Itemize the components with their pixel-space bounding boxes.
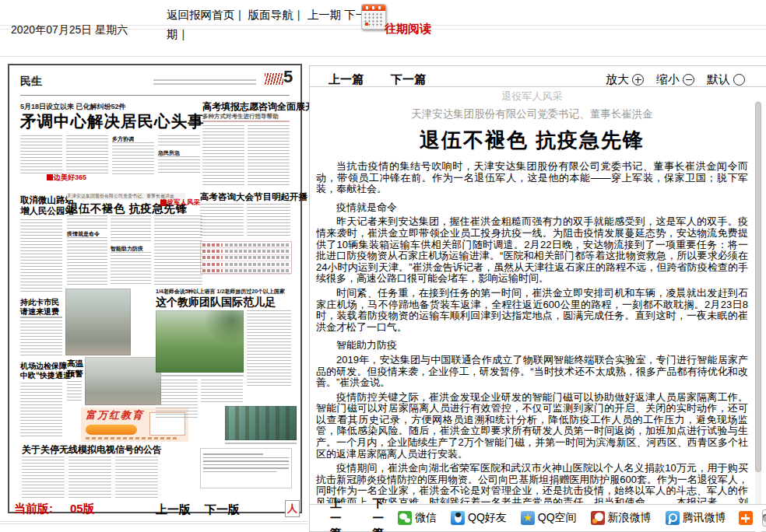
article-panel: 上一篇 下一篇 放大 缩小 默认 退役军人风采 天津安达集团股份有限公司党委书记… xyxy=(309,65,766,532)
pdf-icon[interactable]: 人 xyxy=(285,500,300,517)
share-sina-weibo-button[interactable]: 新浪微博 xyxy=(591,511,652,525)
thumb-ad-text: 富万红教育 xyxy=(86,408,144,422)
thumb-schedule-table xyxy=(200,241,292,274)
thumb-rule xyxy=(20,317,62,318)
newspaper-page-thumbnail[interactable]: 民生·社会 5 5月18日设立以来 已化解纠纷52件 矛调中心解决居民心头事 多… xyxy=(8,64,302,513)
circle-plus-icon xyxy=(632,74,644,86)
circle-icon xyxy=(733,74,745,86)
issue-date: 2020年07月25日 星期六 xyxy=(11,23,128,37)
thumb-text-block xyxy=(154,215,202,285)
article-body: 当抗击疫情的集结号吹响时，天津安达集团股份有限公司党委书记、董事长崔洪金闻令而动… xyxy=(316,161,748,503)
thumb-gaokao2-headline[interactable]: 高考咨询大会节目明起开播 xyxy=(200,191,307,203)
zoom-out-button[interactable]: 缩小 xyxy=(656,72,694,87)
prev-article-link-bottom[interactable]: 上一篇 xyxy=(330,496,342,532)
next-article-link-bottom[interactable]: 下一篇 xyxy=(373,496,385,532)
thumb-gaokao1-subtitle: 多种方式对考生进行指导帮助 xyxy=(202,113,279,121)
thumb-text-block xyxy=(20,383,62,437)
article-paragraph: 疫情防控关键之际，崔洪金发现企业研发的智能门磁可以协助做好返津人员居家隔离工作。… xyxy=(316,392,748,460)
zoom-in-button[interactable]: 放大 xyxy=(606,72,644,87)
thumb-page-number: 5 xyxy=(283,67,293,87)
thumb-card-headline-line2[interactable]: 请速来退费 xyxy=(20,306,59,317)
article-subtitle: 天津安达集团股份有限公司党委书记、董事长崔洪金 xyxy=(316,107,748,121)
share-qzone-button[interactable]: QQ空间 xyxy=(521,511,577,525)
thumb-ad-pill xyxy=(86,425,137,435)
thumb-text-block xyxy=(20,219,62,292)
thumb-text-block xyxy=(20,320,62,356)
share-tencent-weibo-button[interactable]: 腾讯微博 xyxy=(666,511,726,525)
toolbar-rule xyxy=(310,86,766,87)
share-qq-button[interactable]: QQ好友 xyxy=(451,511,507,525)
article-paragraph: 当抗击疫情的集结号吹响时，天津安达集团股份有限公司党委书记、董事长崔洪金闻令而动… xyxy=(316,161,748,195)
thumb-info-box xyxy=(200,448,292,488)
thumb-text-block xyxy=(202,125,244,186)
prev-article-link-top[interactable]: 上一篇 xyxy=(329,72,364,87)
nav-prev-issue-link[interactable]: 上一期 xyxy=(307,9,342,21)
thumb-text-block xyxy=(200,204,244,238)
thumb-heat-line1: 高温 xyxy=(67,359,83,369)
thumb-street-photo-1 xyxy=(65,289,131,355)
thumb-photo-caption xyxy=(225,443,297,444)
thumb-text-block xyxy=(67,215,107,229)
nav-divider: | xyxy=(182,28,185,40)
thumb-veteran-badge: 退役军人风采 xyxy=(159,202,162,204)
thumb-teacher-headline[interactable]: 这个教师团队国际范儿足 xyxy=(156,296,276,310)
thumb-bus-headline-line1[interactable]: 取消微山路站 xyxy=(20,194,74,206)
current-page-value: 05版 xyxy=(70,502,95,516)
thumb-text-block xyxy=(66,135,108,174)
share-count-bubble[interactable]: 0 xyxy=(762,509,766,527)
thumb-text-block xyxy=(248,125,290,186)
thumb-masthead-rule xyxy=(20,95,290,96)
wechat-icon xyxy=(398,511,412,525)
thumb-photo-caption xyxy=(156,375,244,376)
nav-layout-link[interactable]: 版面导航 xyxy=(248,9,293,21)
circle-minus-icon xyxy=(683,74,694,86)
next-article-link-top[interactable]: 下一篇 xyxy=(391,72,426,87)
qq-icon xyxy=(451,511,465,525)
thumb-rule xyxy=(202,121,290,122)
prev-page-link[interactable]: 上一版 xyxy=(156,502,191,517)
thumb-gaokao1-headline[interactable]: 高考填报志愿咨询全面展开 xyxy=(202,100,314,114)
article-kicker: 退役军人风采 xyxy=(316,89,748,103)
share-more-button[interactable] xyxy=(739,511,753,525)
thumb-text-block xyxy=(69,457,111,499)
header-rule-3 xyxy=(0,56,766,57)
thumb-text-block xyxy=(158,135,200,148)
thumb-text-block xyxy=(20,135,62,174)
font-size-tools: 放大 缩小 默认 xyxy=(606,72,745,87)
qzone-star-icon xyxy=(521,511,535,525)
thumb-text-block xyxy=(247,204,290,238)
archive-reading-link[interactable]: 往期阅读 xyxy=(385,22,431,37)
thumb-lead-headline[interactable]: 矛调中心解决居民心头事 xyxy=(20,110,205,132)
calendar-icon-top xyxy=(362,5,385,11)
epaper-reader-page: 2020年07月25日 星期六 返回报网首页| 版面导航| 上一期 下一期| 往… xyxy=(0,0,766,532)
thumb-notice-headline[interactable]: 关于关停无线模拟电视信号的公告 xyxy=(22,443,162,457)
thumb-text-block xyxy=(247,310,291,388)
thumb-masthead-logo xyxy=(265,73,283,85)
article-paragraph: 时间紧、任务重，在接到任务的第一时间，崔洪金立即安排司机和车辆，凌晨就出发赶到石… xyxy=(316,288,748,333)
thumb-text-block xyxy=(112,142,154,174)
thumb-text-block xyxy=(115,457,158,499)
thumb-bus-headline-line2[interactable]: 增人民公园站 xyxy=(20,205,74,217)
nav-divider: | xyxy=(238,9,241,21)
thumb-text-block xyxy=(156,380,198,420)
calendar-icon[interactable] xyxy=(361,4,386,30)
article-content: 退役军人风采 天津安达集团股份有限公司党委书记、董事长崔洪金 退伍不褪色 抗疫急… xyxy=(316,88,748,503)
article-title: 退伍不褪色 抗疫急先锋 xyxy=(316,127,748,154)
thumb-text-block xyxy=(67,381,82,401)
scrollbar-thumb[interactable] xyxy=(755,102,761,472)
sina-weibo-icon xyxy=(591,511,605,525)
share-wechat-button[interactable]: 微信 xyxy=(398,511,437,525)
current-page-label: 当前版: xyxy=(14,502,53,516)
thumb-text-block xyxy=(158,156,200,174)
bottom-rule-2 xyxy=(0,523,308,524)
share-bar: 上一篇 下一篇 微信 QQ好友 QQ空间 新浪微博 腾讯微博 0 xyxy=(310,504,766,531)
section-heading: 疫情就是命令 xyxy=(316,202,748,214)
thumb-text-block xyxy=(22,457,65,499)
nav-home-link[interactable]: 返回报网首页 xyxy=(167,9,234,21)
article-paragraph: 2019年，安达集团与中国联通合作成立了物联网智能终端联合实验室，专门进行智能居… xyxy=(316,355,748,389)
next-page-link[interactable]: 下一版 xyxy=(205,502,240,517)
nav-divider: | xyxy=(297,9,300,21)
thumb-masthead-meta-line xyxy=(153,79,256,81)
default-size-button[interactable]: 默认 xyxy=(707,72,745,87)
tencent-weibo-icon xyxy=(666,511,680,525)
